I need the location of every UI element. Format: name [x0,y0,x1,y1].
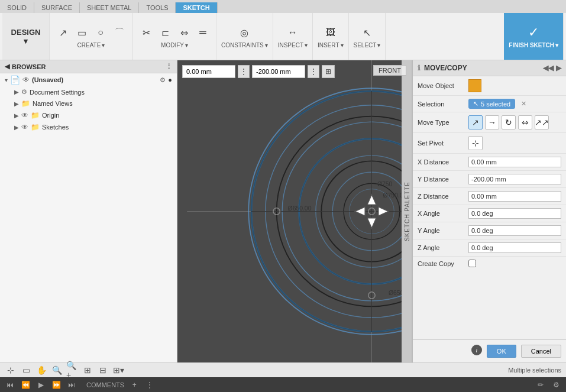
sketch-icon[interactable]: ✏ [535,380,546,390]
tab-tools[interactable]: TOOLS [139,2,176,13]
mirror-tool[interactable]: ⇔ [176,24,192,41]
sketch-palette[interactable]: SKETCH PALETTE [402,60,412,362]
main-layout: ◀ BROWSER ⋮ ▾ 📄 👁 (Unsaved) ⚙ ● ▶ ⚙ Docu… [0,60,566,362]
move-type-along-x[interactable]: → [485,115,499,129]
settings-gear-icon: ⚙ [21,88,27,96]
browser-panel: ◀ BROWSER ⋮ ▾ 📄 👁 (Unsaved) ⚙ ● ▶ ⚙ Docu… [0,60,177,362]
move-tool-icon[interactable]: ⊹ [5,364,17,376]
move-type-other[interactable]: ↗↗ [535,115,549,129]
coord-settings[interactable]: ⊞ [322,65,335,78]
item-name-named-views: Named Views [33,100,73,107]
eye-icon-sketches[interactable]: 👁 [21,123,28,131]
item-name-document-settings: Document Settings [30,89,85,96]
panel-back-icon[interactable]: ◀◀ [543,64,554,72]
finish-sketch-label[interactable]: FINISH SKETCH ▾ [509,42,558,48]
select-tool[interactable]: ↖ [358,24,375,41]
create-copy-row: Create Copy [413,257,566,270]
tab-sheet-metal[interactable]: SHEET METAL [80,2,139,13]
folder-icon-sketches: 📁 [31,123,40,131]
comments-expand-icon[interactable]: ⋮ [144,380,155,390]
z-distance-row: Z Distance [413,188,566,205]
gear-icon[interactable]: ⚙ [160,76,166,84]
tab-sketch[interactable]: SKETCH [176,2,217,13]
tab-surface[interactable]: SURFACE [34,2,80,13]
z-distance-label: Z Distance [418,193,465,200]
z-distance-field[interactable] [468,191,561,202]
design-button[interactable]: DESIGN ▾ [2,13,50,60]
tab-solid[interactable]: SOLID [0,2,34,13]
selection-clear-icon[interactable]: ✕ [521,100,526,108]
status-text: Multiple selections [508,367,561,374]
nav-next-icon[interactable]: ⏩ [51,380,62,390]
move-object-row: Move Object [413,76,566,96]
move-type-free[interactable]: ↗ [468,115,483,129]
rectangle-tool[interactable]: ▭ [73,24,90,41]
offset-tool[interactable]: ⊏ [157,24,173,41]
svg-marker-29 [367,195,376,205]
cancel-button[interactable]: Cancel [521,345,561,358]
nav-first-icon[interactable]: ⏮ [5,380,15,390]
nav-prev-icon[interactable]: ⏪ [20,380,31,390]
svg-text:Ø750: Ø750 [377,181,393,187]
canvas-area[interactable]: ⋮ ⋮ ⊞ FRONT [177,60,566,362]
top-toolbar: DESIGN ▾ ↗ ▭ ○ ⌒ CREATE ▾ ✂ ⊏ ⇔ ═ MODIFY… [0,13,566,60]
move-object-color[interactable] [468,79,481,92]
ok-button[interactable]: OK [487,345,516,358]
zoom-icon[interactable]: 🔍 [51,364,63,376]
browser-item-unsaved[interactable]: ▾ 📄 👁 (Unsaved) ⚙ ● [0,73,177,86]
move-type-rotate[interactable]: ↻ [502,115,516,129]
selection-row: Selection ↖ 5 selected ✕ [413,96,566,112]
display-icon[interactable]: ⊞ [82,364,93,376]
line-tool[interactable]: ↗ [54,24,71,41]
insert-label[interactable]: INSERT ▾ [318,42,344,48]
x-distance-input[interactable] [182,65,235,78]
y-distance-field[interactable] [468,174,561,184]
equal-tool[interactable]: ═ [195,24,211,41]
nav-play-icon[interactable]: ▶ [35,380,46,390]
settings-icon[interactable]: ● [168,76,172,83]
svg-marker-30 [367,218,376,228]
x-angle-field[interactable] [468,208,561,219]
panel-forward-icon[interactable]: ▶ [556,64,561,72]
pan-icon[interactable]: ✋ [35,364,47,376]
inspect-label[interactable]: INSPECT ▾ [278,42,308,48]
image-tool[interactable]: 🖼 [322,24,339,41]
browser-item-sketches[interactable]: ▶ 👁 📁 Sketches [0,121,177,133]
browser-item-origin[interactable]: ▶ 👁 📁 Origin [0,109,177,121]
set-pivot-icon[interactable]: ⊹ [468,136,483,150]
info-button[interactable]: i [471,345,482,355]
circle-tool[interactable]: ○ [92,24,109,41]
y-distance-input[interactable] [252,65,305,78]
x-distance-options[interactable]: ⋮ [238,65,250,78]
constraints-label[interactable]: CONSTRAINTS ▾ [221,42,268,48]
browser-title: BROWSER [12,63,46,70]
comments-add-icon[interactable]: + [129,380,140,390]
finish-check-icon[interactable]: ✓ [525,24,542,41]
browser-item-named-views[interactable]: ▶ 📁 Named Views [0,98,177,109]
settings-icon-status[interactable]: ⚙ [551,380,561,390]
create-copy-checkbox[interactable] [468,260,476,267]
grid-icon[interactable]: ▭ [20,364,32,376]
select-label[interactable]: SELECT ▾ [354,42,381,48]
more-options[interactable]: ⊞▾ [112,364,124,376]
browser-expand-icon[interactable]: ⋮ [166,63,172,70]
arc-tool[interactable]: ⌒ [111,24,128,41]
grid-toggle[interactable]: ⊟ [97,364,109,376]
create-label[interactable]: CREATE ▾ [77,42,105,48]
y-distance-options[interactable]: ⋮ [308,65,319,78]
nav-last-icon[interactable]: ⏭ [66,380,77,390]
item-name-unsaved: (Unsaved) [32,76,63,83]
move-type-mirror[interactable]: ⇔ [518,115,532,129]
modify-label[interactable]: MODIFY ▾ [161,42,188,48]
browser-item-document-settings[interactable]: ▶ ⚙ Document Settings [0,86,177,98]
z-angle-field[interactable] [468,242,561,253]
eye-icon[interactable]: 👁 [22,76,30,84]
constraint-tool-1[interactable]: ◎ [236,24,253,41]
x-distance-field[interactable] [468,157,561,167]
y-angle-field[interactable] [468,225,561,236]
measure-tool[interactable]: ↔ [284,24,301,41]
eye-icon-origin[interactable]: 👁 [21,111,28,119]
look-icon[interactable]: 🔍+ [66,364,78,376]
trim-tool[interactable]: ✂ [138,24,154,41]
browser-collapse-icon[interactable]: ◀ [5,63,9,70]
